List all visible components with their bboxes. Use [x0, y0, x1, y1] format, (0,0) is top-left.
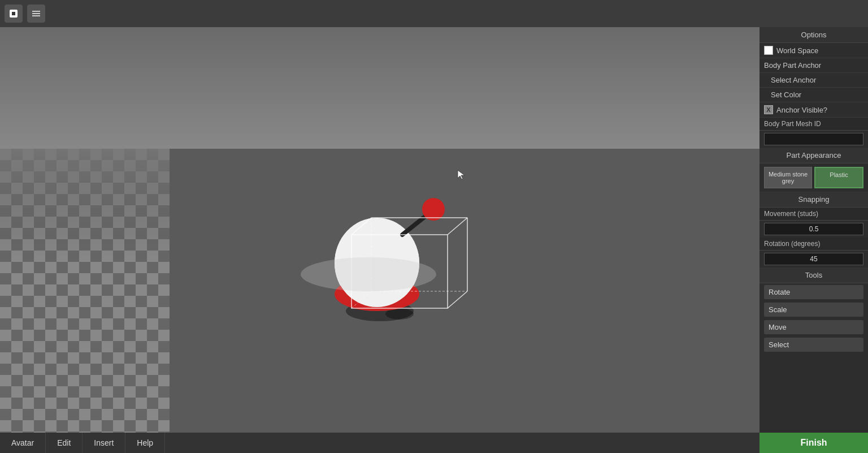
help-menu[interactable]: Help — [125, 433, 165, 453]
roblox-icon[interactable] — [5, 5, 23, 23]
floor-canvas — [0, 149, 170, 433]
material-buttons-row: Medium stone grey Plastic — [760, 163, 868, 192]
anchor-visible-checkbox[interactable]: X — [764, 105, 773, 114]
options-header: Options — [760, 27, 868, 43]
plastic-btn[interactable]: Plastic — [814, 167, 863, 188]
world-space-checkbox[interactable] — [764, 46, 773, 55]
rotation-label: Rotation (degrees) — [760, 238, 868, 251]
anchor-visible-label: Anchor Visible? — [776, 106, 863, 114]
edit-menu[interactable]: Edit — [46, 433, 83, 453]
rotate-btn[interactable]: Rotate — [764, 285, 863, 299]
main-area: Options World Space Body Part Anchor Sel… — [0, 27, 868, 433]
tools-header: Tools — [760, 268, 868, 283]
world-space-label: World Space — [776, 46, 863, 55]
world-space-row[interactable]: World Space — [760, 43, 868, 58]
set-color-row[interactable]: Set Color — [760, 88, 868, 102]
sky-background — [0, 27, 760, 149]
select-btn[interactable]: Select — [764, 338, 863, 352]
svg-rect-1 — [12, 12, 15, 15]
anchor-visible-row[interactable]: X Anchor Visible? — [760, 102, 868, 118]
mesh-id-title: Body Part Mesh ID — [760, 118, 868, 131]
select-anchor-row[interactable]: Select Anchor — [760, 73, 868, 88]
svg-line-28 — [448, 291, 467, 308]
viewport[interactable] — [0, 27, 760, 433]
body-part-anchor-label: Body Part Anchor — [764, 61, 863, 70]
svg-line-25 — [448, 218, 467, 235]
svg-point-32 — [301, 257, 436, 291]
svg-rect-3 — [32, 13, 40, 14]
character-container — [289, 167, 470, 325]
snapping-header: Snapping — [760, 192, 868, 208]
movement-label: Movement (studs) — [760, 208, 868, 221]
movement-input[interactable] — [764, 223, 863, 235]
select-anchor-label: Select Anchor — [771, 76, 863, 84]
avatar-menu[interactable]: Avatar — [0, 433, 46, 453]
mesh-id-input[interactable] — [764, 133, 863, 145]
set-color-label: Set Color — [771, 90, 863, 99]
rotation-input[interactable] — [764, 253, 863, 265]
body-part-anchor-row[interactable]: Body Part Anchor — [760, 58, 868, 73]
svg-rect-10 — [0, 149, 170, 262]
scale-btn[interactable]: Scale — [764, 303, 863, 317]
top-bar — [0, 0, 868, 27]
medium-stone-grey-btn[interactable]: Medium stone grey — [764, 167, 812, 188]
finish-button[interactable]: Finish — [760, 433, 868, 453]
right-panel: Options World Space Body Part Anchor Sel… — [760, 27, 868, 433]
part-appearance-header: Part Appearance — [760, 148, 868, 163]
insert-menu[interactable]: Insert — [83, 433, 125, 453]
svg-rect-4 — [32, 15, 40, 16]
svg-point-22 — [422, 198, 445, 221]
menu-icon[interactable] — [27, 5, 45, 23]
move-btn[interactable]: Move — [764, 320, 863, 334]
svg-rect-2 — [32, 11, 40, 12]
bottom-bar: Avatar Edit Insert Help Finish — [0, 433, 868, 453]
